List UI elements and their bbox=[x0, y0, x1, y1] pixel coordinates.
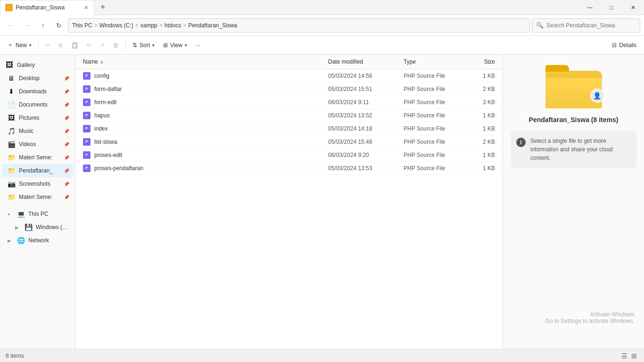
table-row[interactable]: P proses-pendaftaran 05/03/2024 13:53 PH… bbox=[75, 162, 503, 175]
minimize-button[interactable]: — bbox=[579, 0, 601, 15]
new-button[interactable]: ＋ New ▾ bbox=[4, 38, 35, 53]
new-tab-button[interactable]: + bbox=[96, 1, 109, 14]
window-controls: — □ ✕ bbox=[579, 0, 644, 15]
documents-label: Documents bbox=[19, 101, 60, 108]
sidebar-item-desktop[interactable]: 🖥 Desktop 📌 bbox=[2, 72, 73, 85]
breadcrumb-sep1: > bbox=[94, 22, 98, 29]
share-button[interactable]: ↗ bbox=[96, 38, 108, 53]
sidebar-item-downloads[interactable]: ⬇ Downloads 📌 bbox=[2, 85, 73, 98]
details-icon: ⊟ bbox=[612, 42, 617, 49]
sidebar-item-documents[interactable]: 📄 Documents 📌 bbox=[2, 98, 73, 111]
materi1-pin: 📌 bbox=[64, 155, 69, 160]
sidebar-item-materi2[interactable]: 📁 Materi Seme: 📌 bbox=[2, 190, 73, 204]
videos-icon: 🎬 bbox=[8, 140, 15, 148]
forward-button[interactable]: → bbox=[20, 18, 34, 33]
folder-badge: 👤 bbox=[590, 89, 604, 103]
network-expand-icon: ▶ bbox=[8, 238, 13, 243]
sidebar-item-network[interactable]: ▶ 🌐 Network bbox=[2, 234, 73, 247]
paste-button[interactable]: 📋 bbox=[67, 38, 82, 53]
rename-button[interactable]: ✏ bbox=[83, 38, 95, 53]
active-tab[interactable]: Pendaftaran_Siswa × bbox=[0, 0, 94, 15]
file-size-cell: 1 KB bbox=[461, 112, 499, 119]
view-button[interactable]: ⊞ View ▾ bbox=[159, 38, 191, 53]
cut-button[interactable]: ✂ bbox=[41, 38, 54, 53]
details-title: Pendaftaran_Siswa (8 items) bbox=[529, 116, 619, 123]
delete-button[interactable]: 🗑 bbox=[109, 38, 123, 53]
column-date[interactable]: Date modified bbox=[324, 57, 400, 67]
desktop-icon: 🖥 bbox=[8, 74, 15, 82]
list-view-button[interactable]: ☰ bbox=[620, 352, 629, 360]
file-date-cell: 06/03/2024 9:20 bbox=[324, 152, 400, 158]
table-row[interactable]: P list-siswa 05/03/2024 15:48 PHP Source… bbox=[75, 135, 503, 148]
sort-button[interactable]: ⇅ Sort ▾ bbox=[129, 38, 158, 53]
desktop-label: Desktop bbox=[19, 75, 60, 82]
breadcrumb-htdocs[interactable]: htdocs bbox=[165, 22, 181, 29]
table-row[interactable]: P hapus 05/03/2024 13:52 PHP Source File… bbox=[75, 109, 503, 122]
grid-view-button[interactable]: ⊞ bbox=[630, 352, 638, 360]
table-row[interactable]: P proses-edit 06/03/2024 9:20 PHP Source… bbox=[75, 148, 503, 162]
tab-close-button[interactable]: × bbox=[83, 4, 89, 11]
search-box[interactable]: 🔍 bbox=[532, 18, 640, 33]
thispc-label: This PC bbox=[28, 211, 69, 217]
downloads-label: Downloads bbox=[19, 88, 60, 95]
search-input[interactable] bbox=[546, 22, 636, 29]
windowsc-label: Windows (C:) bbox=[36, 224, 69, 230]
details-button[interactable]: ⊟ Details bbox=[608, 38, 640, 53]
file-name-cell: P form-edit bbox=[79, 99, 324, 106]
tab-folder-icon bbox=[5, 4, 13, 11]
table-row[interactable]: P form-daftar 05/03/2024 15:51 PHP Sourc… bbox=[75, 82, 503, 96]
sidebar-item-music[interactable]: 🎵 Music 📌 bbox=[2, 124, 73, 138]
sidebar-item-gallery[interactable]: 🖼 Gallery bbox=[2, 58, 73, 72]
info-text: Select a single file to get more informa… bbox=[530, 137, 631, 162]
file-name-cell: P form-daftar bbox=[79, 85, 324, 93]
materi2-icon: 📁 bbox=[8, 193, 15, 201]
screenshots-label: Screenshots bbox=[19, 181, 60, 187]
screenshots-icon: 📷 bbox=[8, 180, 15, 188]
sidebar-item-materi1[interactable]: 📁 Materi Seme: 📌 bbox=[2, 151, 73, 164]
activate-line1: Activate Windows bbox=[545, 311, 635, 318]
column-size[interactable]: Size bbox=[461, 57, 499, 67]
item-count: 8 items bbox=[6, 353, 24, 359]
sidebar-item-pendaftaran[interactable]: 📁 Pendaftaran_ 📌 bbox=[2, 164, 73, 177]
table-row[interactable]: P form-edit 06/03/2024 9:11 PHP Source F… bbox=[75, 96, 503, 109]
breadcrumb-pendaftaran[interactable]: Pendaftaran_Siswa bbox=[188, 22, 237, 29]
pendaftaran-icon: 📁 bbox=[8, 167, 15, 174]
file-name-text: form-edit bbox=[94, 99, 116, 106]
music-icon: 🎵 bbox=[8, 127, 15, 135]
sidebar-item-videos[interactable]: 🎬 Videos 📌 bbox=[2, 138, 73, 151]
sidebar-item-pictures[interactable]: 🖼 Pictures 📌 bbox=[2, 111, 73, 124]
file-type-cell: PHP Source File bbox=[400, 86, 461, 92]
delete-icon: 🗑 bbox=[113, 42, 119, 49]
file-size-cell: 3 KB bbox=[461, 99, 499, 106]
more-button[interactable]: ··· bbox=[192, 38, 204, 53]
toolbar-separator-1 bbox=[38, 41, 39, 50]
desktop-pin: 📌 bbox=[64, 76, 69, 81]
table-row[interactable]: P index 05/03/2024 14:18 PHP Source File… bbox=[75, 122, 503, 135]
file-size-cell: 1 KB bbox=[461, 73, 499, 79]
maximize-button[interactable]: □ bbox=[601, 0, 622, 15]
music-label: Music bbox=[19, 128, 60, 134]
column-type[interactable]: Type bbox=[400, 57, 461, 67]
up-button[interactable]: ↑ bbox=[36, 18, 50, 33]
refresh-button[interactable]: ↻ bbox=[52, 18, 66, 33]
table-row[interactable]: P config 05/03/2024 14:56 PHP Source Fil… bbox=[75, 69, 503, 82]
breadcrumb-xampp[interactable]: xampp bbox=[140, 22, 157, 29]
column-name[interactable]: Name ∧ bbox=[79, 57, 324, 67]
pictures-label: Pictures bbox=[19, 115, 60, 121]
sidebar-item-windowsc[interactable]: ▶ 💾 Windows (C:) bbox=[2, 221, 73, 234]
sort-label: Sort bbox=[140, 42, 150, 49]
back-button[interactable]: ← bbox=[4, 18, 18, 33]
breadcrumb-windowsc[interactable]: Windows (C:) bbox=[99, 22, 133, 29]
copy-button[interactable]: ⧉ bbox=[55, 38, 66, 53]
videos-label: Videos bbox=[19, 141, 60, 148]
cut-icon: ✂ bbox=[45, 42, 50, 49]
breadcrumb[interactable]: This PC > Windows (C:) > xampp > htdocs … bbox=[68, 18, 530, 33]
file-type-cell: PHP Source File bbox=[400, 139, 461, 145]
view-label: View bbox=[170, 42, 182, 49]
close-button[interactable]: ✕ bbox=[622, 0, 644, 15]
sidebar-item-thispc[interactable]: ▾ 💻 This PC bbox=[2, 207, 73, 221]
breadcrumb-thispc[interactable]: This PC bbox=[72, 22, 92, 29]
sidebar-item-screenshots[interactable]: 📷 Screenshots 📌 bbox=[2, 177, 73, 190]
breadcrumb-sep4: > bbox=[183, 22, 186, 29]
downloads-pin: 📌 bbox=[64, 89, 69, 94]
